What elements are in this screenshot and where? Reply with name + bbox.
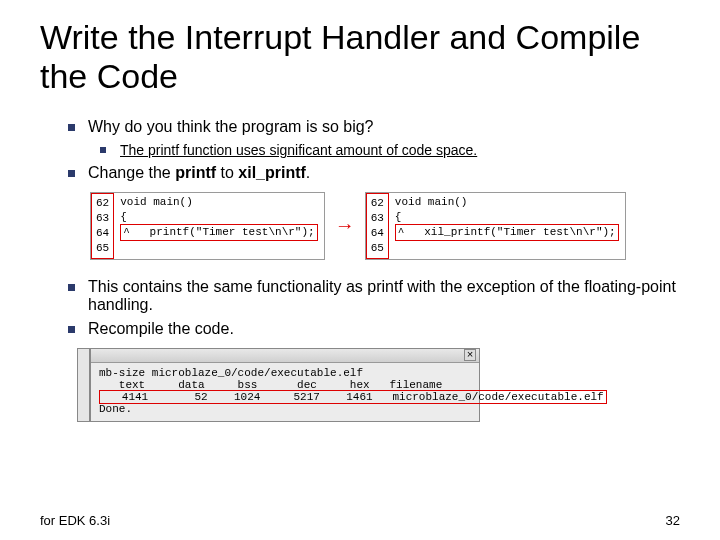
highlighted-output: 4141 52 1024 5217 1461 microblaze_0/code…	[99, 390, 607, 404]
bullet-change-printf: Change the printf to xil_printf.	[68, 164, 680, 182]
panel-tab	[77, 348, 90, 422]
bullet-icon	[100, 147, 106, 153]
terminal-output: × mb-size microblaze_0/code/executable.e…	[90, 348, 480, 422]
code-comparison: 62636465 void main() { ^ printf("Timer t…	[90, 192, 680, 259]
arrow-icon: →	[335, 214, 355, 237]
terminal-body: mb-size microblaze_0/code/executable.elf…	[91, 363, 479, 421]
bullet-text: The printf function uses significant amo…	[120, 142, 477, 158]
bullet-icon	[68, 284, 75, 291]
bullet-text: Recompile the code.	[88, 320, 234, 337]
bullet-same-functionality: This contains the same functionality as …	[68, 278, 680, 314]
bullet-printf-space: The printf function uses significant amo…	[100, 142, 680, 158]
slide-title: Write the Interrupt Handler and Compile …	[40, 18, 680, 96]
bullet-icon	[68, 124, 75, 131]
bullet-recompile: Recompile the code.	[68, 320, 680, 338]
highlighted-line: ^ printf("Timer test\n\r");	[120, 224, 317, 241]
bullet-text: Change the printf to xil_printf.	[88, 164, 310, 181]
bullet-icon	[68, 170, 75, 177]
footer-left: for EDK 6.3i	[40, 513, 110, 528]
code-after: 62636465 void main() { ^ xil_printf("Tim…	[365, 192, 626, 259]
content-area: Why do you think the program is so big? …	[40, 118, 680, 421]
code-text: void main() { ^ xil_printf("Timer test\n…	[389, 193, 625, 258]
terminal-titlebar: ×	[91, 349, 479, 363]
bullet-icon	[68, 326, 75, 333]
highlighted-line: ^ xil_printf("Timer test\n\r");	[395, 224, 619, 241]
close-icon[interactable]: ×	[464, 349, 476, 361]
bullet-text: Why do you think the program is so big?	[88, 118, 373, 135]
code-text: void main() { ^ printf("Timer test\n\r")…	[114, 193, 323, 258]
page-number: 32	[666, 513, 680, 528]
bullet-text: This contains the same functionality as …	[88, 278, 676, 313]
slide-footer: for EDK 6.3i 32	[40, 513, 680, 528]
bullet-why-big: Why do you think the program is so big?	[68, 118, 680, 136]
line-gutter: 62636465	[91, 193, 114, 258]
code-before: 62636465 void main() { ^ printf("Timer t…	[90, 192, 325, 259]
line-gutter: 62636465	[366, 193, 389, 258]
